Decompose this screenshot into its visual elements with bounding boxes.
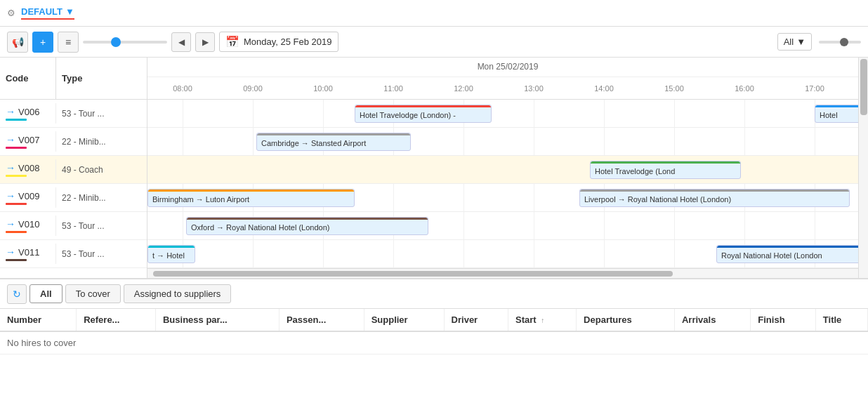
code-v008: V008: [18, 163, 39, 173]
data-table: Number Refere... Business par... Passen.…: [0, 309, 868, 354]
default-label: DEFAULT: [21, 6, 63, 17]
sort-icon-start: ↑: [541, 317, 544, 324]
time-1300: 13:00: [524, 84, 544, 93]
type-label: Type: [62, 73, 82, 84]
settings-icon[interactable]: ⚙: [7, 8, 15, 18]
route-code-v006: → V006: [0, 103, 56, 124]
top-bar: ⚙ DEFAULT ▼: [0, 0, 868, 27]
gantt-date-label: Mon 25/02/2019: [478, 62, 539, 72]
col-driver[interactable]: Driver: [444, 309, 508, 331]
gantt-row-3: Birmingham → Luton Airport Liverpool → R…: [147, 184, 868, 212]
bar-hotel-2[interactable]: Hotel: [815, 105, 864, 123]
vscroll-thumb[interactable]: [860, 59, 867, 115]
bar-cambridge[interactable]: Cambridge → Stansted Airport: [256, 133, 411, 151]
bar-birmingham[interactable]: Birmingham → Luton Airport: [147, 189, 355, 207]
zoom-slider-container: [83, 41, 167, 44]
bar-top-orange: [148, 190, 354, 192]
col-departures[interactable]: Departures: [577, 309, 675, 331]
gantt-body: Hotel Travelodge (London) - Hotel Cambri…: [147, 100, 868, 268]
route-row-v008[interactable]: → V008 49 - Coach: [0, 156, 147, 184]
bar-oxford[interactable]: Oxford → Royal National Hotel (London): [186, 217, 428, 235]
color-bar-v006: [6, 119, 27, 121]
bar-hotel-travelodge-2[interactable]: Hotel Travelodge (Lond: [590, 161, 741, 179]
col-finish[interactable]: Finish: [751, 309, 816, 331]
filter-select[interactable]: All ▼: [777, 33, 812, 51]
route-row-v006[interactable]: → V006 53 - Tour ...: [0, 100, 147, 128]
route-code-v010: → V010: [0, 215, 56, 236]
bar-royal-national[interactable]: Royal National Hotel (London: [716, 245, 864, 263]
route-row-v007[interactable]: → V007 22 - Minib...: [0, 128, 147, 156]
tab-assigned-suppliers[interactable]: Assigned to suppliers: [124, 284, 232, 303]
col-number[interactable]: Number: [0, 309, 77, 331]
toolbar: 📢 + ≡ ◀ ▶ 📅 Monday, 25 Feb 2019 All ▼: [0, 27, 868, 58]
col-business[interactable]: Business par...: [155, 309, 279, 331]
table-area: Number Refere... Business par... Passen.…: [0, 309, 868, 354]
gantt-vscroll[interactable]: [858, 58, 868, 278]
filter-dropdown-icon: ▼: [796, 37, 805, 47]
zoom-slider-thumb[interactable]: [111, 37, 121, 47]
type-v007: 22 - Minib...: [56, 134, 112, 150]
refresh-button[interactable]: ↻: [7, 284, 27, 304]
right-zoom-slider: [819, 41, 861, 44]
tab-to-cover[interactable]: To cover: [65, 284, 121, 303]
zoom-slider-track[interactable]: [83, 41, 167, 44]
col-title[interactable]: Title: [815, 309, 867, 331]
bar-liverpool[interactable]: Liverpool → Royal National Hotel (London…: [579, 189, 850, 207]
bar-hotel-travelodge-1[interactable]: Hotel Travelodge (London) -: [355, 105, 492, 123]
route-row-v009[interactable]: → V009 22 - Minib...: [0, 184, 147, 212]
right-zoom-thumb[interactable]: [840, 38, 848, 46]
table-header-row: Number Refere... Business par... Passen.…: [0, 309, 868, 331]
menu-button[interactable]: ≡: [58, 32, 79, 53]
add-icon: +: [40, 37, 46, 48]
bar-label-hotel1: Hotel Travelodge (London) -: [360, 111, 456, 119]
bar-top-cyan: [148, 246, 195, 248]
bar-top-red: [355, 105, 491, 107]
default-button[interactable]: DEFAULT ▼: [21, 6, 74, 20]
time-1500: 15:00: [664, 84, 684, 93]
col-refere[interactable]: Refere...: [77, 309, 156, 331]
code-v011: V011: [18, 247, 39, 258]
bar-top-blue2: [815, 105, 863, 107]
next-button[interactable]: ▶: [195, 32, 215, 52]
left-panel: Code Type → V006 53 - Tour ... → V007: [0, 58, 147, 278]
route-code-v011: → V011: [0, 244, 56, 264]
code-label: Code: [6, 73, 29, 84]
main-area: Code Type → V006 53 - Tour ... → V007: [0, 58, 868, 279]
bar-top-grey1: [257, 133, 410, 135]
bar-t-hotel[interactable]: t → Hotel: [147, 245, 195, 263]
bar-top-green: [591, 161, 740, 164]
col-start[interactable]: Start ↑: [508, 309, 577, 331]
time-1700: 17:00: [805, 84, 824, 93]
bar-label-hotel-lond: Hotel Travelodge (Lond: [595, 167, 675, 175]
gantt-row-1: Cambridge → Stansted Airport: [147, 128, 868, 156]
route-row-v011[interactable]: → V011 53 - Tour ...: [0, 240, 147, 268]
add-button[interactable]: +: [32, 32, 53, 53]
route-code-v009: → V009: [0, 187, 56, 208]
type-v008: 49 - Coach: [56, 162, 109, 178]
announce-button[interactable]: 📢: [7, 32, 28, 53]
bar-label-oxford: Oxford → Royal National Hotel (London): [191, 223, 329, 232]
right-zoom-track[interactable]: [819, 41, 861, 44]
hscroll-thumb[interactable]: [153, 271, 673, 277]
gantt-hscroll[interactable]: [147, 268, 868, 278]
color-bar-v011: [6, 259, 27, 261]
bar-label-liverpool: Liverpool → Royal National Hotel (London…: [584, 195, 731, 204]
arrow-icon-v011: →: [6, 246, 15, 258]
route-row-v010[interactable]: → V010 53 - Tour ...: [0, 212, 147, 240]
code-v010: V010: [18, 219, 39, 230]
tab-all[interactable]: All: [29, 284, 63, 303]
time-1100: 11:00: [383, 84, 403, 93]
col-passen[interactable]: Passen...: [279, 309, 364, 331]
col-supplier[interactable]: Supplier: [364, 309, 444, 331]
left-header: Code Type: [0, 58, 147, 100]
gantt-row-5: t → Hotel Royal National Hotel (London: [147, 240, 868, 268]
color-bar-v007: [6, 147, 27, 149]
bar-top-brown: [187, 218, 428, 220]
prev-button[interactable]: ◀: [171, 32, 191, 52]
col-arrivals[interactable]: Arrivals: [674, 309, 750, 331]
date-display[interactable]: 📅 Monday, 25 Feb 2019: [219, 32, 338, 52]
bar-label-cambridge: Cambridge → Stansted Airport: [261, 139, 366, 147]
gantt-header: Mon 25/02/2019 08:00 09:00 10:00 11:00 1…: [147, 58, 868, 100]
arrow-icon-v006: →: [6, 106, 15, 117]
bar-top-darkblue: [717, 246, 863, 248]
